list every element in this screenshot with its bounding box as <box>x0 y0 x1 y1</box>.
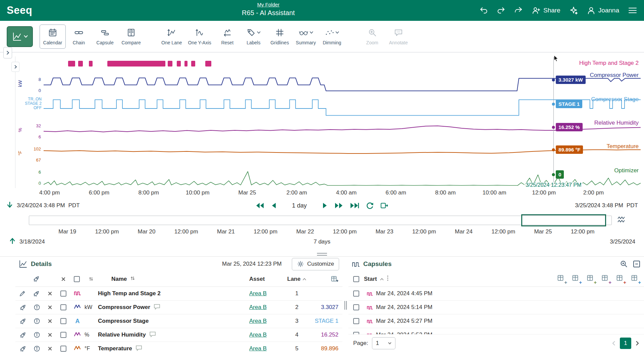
collapse-panel-icon[interactable] <box>633 260 641 268</box>
series-label[interactable]: Compressor Power <box>590 72 639 79</box>
column-menu-icon[interactable] <box>387 275 389 283</box>
range-start-arrow-icon[interactable] <box>6 201 13 210</box>
sort-type-icon[interactable] <box>84 276 98 281</box>
series-label[interactable]: Temperature <box>607 143 639 150</box>
capsule-button[interactable]: Capsule <box>92 25 118 49</box>
add-column-icon[interactable] <box>308 276 342 282</box>
overview-options-icon[interactable] <box>617 215 626 225</box>
capsule-bar[interactable] <box>177 61 181 67</box>
overview-track[interactable] <box>29 216 612 225</box>
remove-icon[interactable] <box>44 291 56 296</box>
asset-column-header[interactable]: Asset <box>249 276 286 282</box>
comment-icon[interactable] <box>154 304 160 311</box>
rocket-icon[interactable] <box>15 318 30 325</box>
start-column-header[interactable]: Start <box>364 275 389 283</box>
remove-icon[interactable] <box>44 346 56 351</box>
capsule-start-time[interactable]: Mar 24, 2024 5:14 PM <box>376 304 432 311</box>
asset-link[interactable]: Area B <box>249 318 267 324</box>
item-name[interactable]: Compressor Stage <box>98 318 149 324</box>
current-page-button[interactable]: 1 <box>620 338 631 349</box>
capsule-bar[interactable] <box>168 61 172 67</box>
series-label[interactable]: Optimizer <box>614 167 639 174</box>
capsule-start-time[interactable]: Mar 24, 2024 5:27 PM <box>376 318 432 324</box>
capsule-bar[interactable] <box>191 61 195 67</box>
ai-assistant-icon[interactable] <box>569 6 578 15</box>
item-name[interactable]: Temperature <box>98 345 132 352</box>
lane-y-axis[interactable]: % 32 6 <box>15 118 44 141</box>
lane-column-header[interactable]: Lane <box>286 276 308 282</box>
capsule-bar[interactable] <box>89 61 93 67</box>
lane-y-axis[interactable]: kW 8 0 <box>15 72 44 95</box>
info-icon[interactable] <box>30 345 44 352</box>
duration-label[interactable]: 1 day <box>292 202 307 209</box>
trend-plot[interactable]: High Temp and Stage 2 Compressor Power C… <box>44 56 641 188</box>
asset-link[interactable]: Area B <box>249 304 267 311</box>
zoom-button[interactable]: Zoom <box>359 25 385 49</box>
step-to-end-button[interactable] <box>350 202 359 209</box>
item-name[interactable]: Compressor Power <box>98 304 150 311</box>
row-checkbox[interactable] <box>60 346 66 352</box>
lane-y-axis[interactable]: 6 0 <box>15 165 44 188</box>
select-all-checkbox[interactable] <box>74 276 80 282</box>
info-icon[interactable] <box>30 318 44 324</box>
capsule-start-time[interactable]: Mar 24, 2024 4:45 PM <box>376 290 432 297</box>
capsule-checkbox[interactable] <box>353 318 359 324</box>
page-size-select[interactable]: 1 <box>372 337 395 349</box>
row-checkbox[interactable] <box>60 332 66 338</box>
series-label[interactable]: Compressor Stage <box>591 96 639 103</box>
gridlines-button[interactable]: Gridlines <box>267 25 293 49</box>
overview-duration[interactable]: 7 days <box>153 238 491 245</box>
calendar-button[interactable]: Calendar <box>40 25 66 49</box>
undo-icon[interactable] <box>479 6 488 15</box>
add-capsule-column-icon[interactable]: + <box>602 275 609 283</box>
rocket-icon[interactable] <box>15 332 30 339</box>
step-back-button[interactable] <box>271 202 276 209</box>
series-label[interactable]: High Temp and Stage 2 <box>579 60 639 67</box>
capsule-bar[interactable] <box>184 61 187 67</box>
lane-y-axis[interactable]: °F 102 67 <box>15 141 44 165</box>
y-axis-column[interactable]: kW 8 0 T <box>15 56 44 188</box>
redo-icon[interactable] <box>497 6 505 15</box>
remove-all-icon[interactable] <box>57 277 70 281</box>
lane-expander[interactable] <box>11 62 19 72</box>
name-column-header[interactable]: Name <box>111 276 249 282</box>
info-icon[interactable] <box>30 304 44 311</box>
summary-button[interactable]: Summary <box>293 25 319 49</box>
remove-icon[interactable] <box>44 305 56 310</box>
select-all-capsules-checkbox[interactable] <box>353 276 359 282</box>
sidebar-expander[interactable] <box>3 47 12 58</box>
annotate-button[interactable]: Annotate <box>385 25 412 49</box>
compare-button[interactable]: Compare <box>118 25 144 49</box>
add-capsule-column-icon[interactable]: + <box>587 275 594 283</box>
capsule-checkbox[interactable] <box>353 304 359 310</box>
rocket-icon[interactable] <box>15 345 30 352</box>
breadcrumb[interactable]: My Folder <box>257 2 280 7</box>
capsule-bar[interactable] <box>78 61 83 67</box>
info-icon[interactable] <box>30 332 44 338</box>
prev-page-button[interactable] <box>612 341 616 346</box>
x-axis[interactable]: 4:00 pm 6:00 pm 8:00 pm 10:00 pm Mar 25 … <box>44 188 641 198</box>
overview-start-arrow-icon[interactable] <box>9 237 16 246</box>
comment-icon[interactable] <box>136 345 142 352</box>
chain-button[interactable]: Chain <box>66 25 92 49</box>
add-capsule-column-icon[interactable]: + <box>616 275 624 283</box>
one-y-axis-button[interactable]: One Y-Axis <box>185 25 214 49</box>
asset-link[interactable]: Area B <box>249 332 267 338</box>
refresh-button[interactable] <box>366 202 374 210</box>
row-checkbox[interactable] <box>60 291 66 297</box>
comment-icon[interactable] <box>149 331 156 339</box>
capsule-bar[interactable] <box>68 61 75 67</box>
step-back-full-button[interactable] <box>256 202 264 209</box>
dimming-button[interactable]: Dimming <box>319 25 345 49</box>
rocket-icon[interactable] <box>29 290 44 297</box>
view-selector-dropdown[interactable] <box>7 26 33 47</box>
splitter-handle[interactable] <box>344 301 347 310</box>
overview-window[interactable] <box>521 214 606 226</box>
remove-icon[interactable] <box>44 333 56 337</box>
row-checkbox[interactable] <box>60 304 66 310</box>
step-forward-full-button[interactable] <box>334 202 343 209</box>
step-forward-button[interactable] <box>322 202 328 209</box>
splitter-handle[interactable] <box>317 253 327 256</box>
next-page-button[interactable] <box>635 341 639 346</box>
series-label[interactable]: Relative Humidity <box>594 120 639 126</box>
